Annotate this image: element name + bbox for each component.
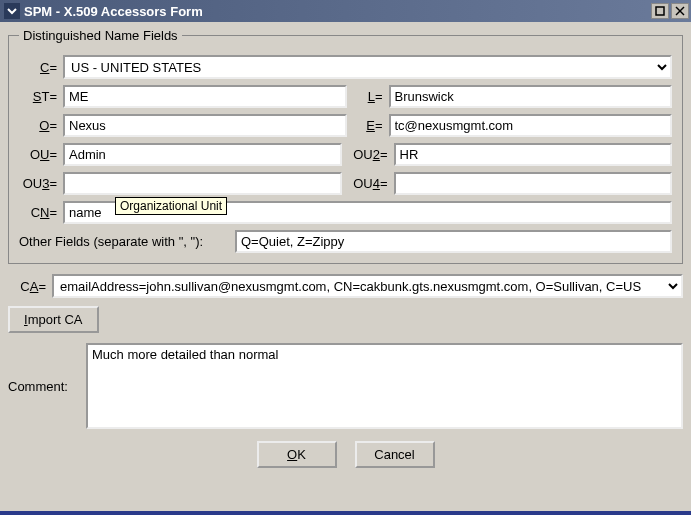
maximize-button[interactable]: [651, 3, 669, 19]
content-area: Distinguished Name Fields C= US - UNITED…: [0, 22, 691, 468]
label-comment: Comment:: [8, 379, 80, 394]
label-c: C=: [19, 60, 57, 75]
email-input[interactable]: [389, 114, 673, 137]
ca-select[interactable]: emailAddress=john.sullivan@nexusmgmt.com…: [52, 274, 683, 298]
label-e: E=: [353, 118, 383, 133]
tooltip-ou: Organizational Unit: [115, 197, 227, 215]
label-l: L=: [353, 89, 383, 104]
label-ou3: OU3=: [19, 176, 57, 191]
row-comment: Comment:: [8, 343, 683, 429]
close-button[interactable]: [671, 3, 689, 19]
label-other: Other Fields (separate with ", "):: [19, 234, 229, 249]
row-other: Other Fields (separate with ", "):: [19, 230, 672, 253]
ok-button[interactable]: OK: [257, 441, 337, 468]
comment-textarea[interactable]: [86, 343, 683, 429]
app-icon: [4, 3, 20, 19]
other-fields-input[interactable]: [235, 230, 672, 253]
label-ou: OU=: [19, 147, 57, 162]
label-o: O=: [19, 118, 57, 133]
window-bottom-border: [0, 511, 691, 515]
state-input[interactable]: [63, 85, 347, 108]
window-title: SPM - X.509 Accessors Form: [24, 4, 649, 19]
row-cn: CN= Organizational Unit: [19, 201, 672, 224]
locality-input[interactable]: [389, 85, 673, 108]
ou-input[interactable]: [63, 143, 342, 166]
ou4-input[interactable]: [394, 172, 673, 195]
country-select[interactable]: US - UNITED STATES: [63, 55, 672, 79]
titlebar: SPM - X.509 Accessors Form: [0, 0, 691, 22]
ou3-input[interactable]: [63, 172, 342, 195]
footer-buttons: OK Cancel: [8, 441, 683, 468]
label-cn: CN=: [19, 205, 57, 220]
org-input[interactable]: [63, 114, 347, 137]
label-ca: CA=: [8, 279, 46, 294]
row-ou3-ou4: OU3= OU4=: [19, 172, 672, 195]
row-o-e: O= E=: [19, 114, 672, 137]
svg-rect-0: [656, 7, 664, 15]
import-ca-button[interactable]: Import CA: [8, 306, 99, 333]
row-ou-ou2: OU= OU2=: [19, 143, 672, 166]
row-import: Import CA: [8, 306, 683, 333]
row-c: C= US - UNITED STATES: [19, 55, 672, 79]
cancel-button[interactable]: Cancel: [355, 441, 435, 468]
label-ou4: OU4=: [348, 176, 388, 191]
dn-fieldset: Distinguished Name Fields C= US - UNITED…: [8, 28, 683, 264]
dn-legend: Distinguished Name Fields: [19, 28, 182, 43]
ou2-input[interactable]: [394, 143, 673, 166]
row-ca: CA= emailAddress=john.sullivan@nexusmgmt…: [8, 274, 683, 298]
label-st: ST=: [19, 89, 57, 104]
label-ou2: OU2=: [348, 147, 388, 162]
row-st-l: ST= L=: [19, 85, 672, 108]
